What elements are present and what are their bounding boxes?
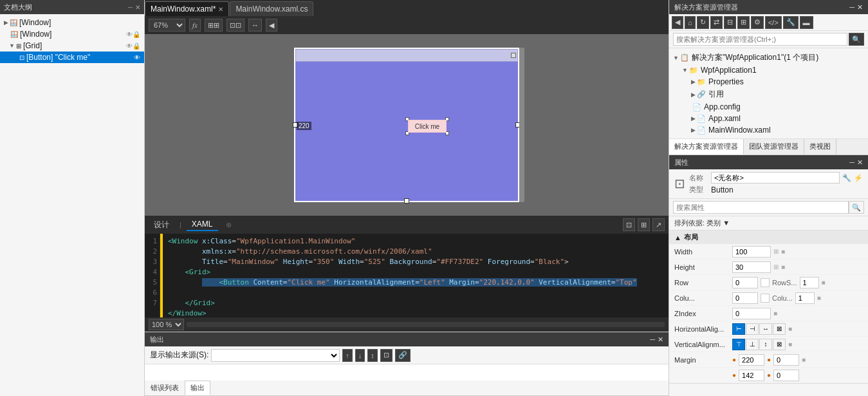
eye-icon[interactable]: 👁 [126,42,133,50]
home-btn[interactable]: ⌂ [685,16,696,29]
width-expand-icon[interactable]: ⊞ [773,248,779,255]
zindex-reset-icon[interactable]: ■ [773,310,777,317]
tab-solution-explorer[interactable]: 解决方案资源管理器 [669,139,744,155]
lock-icon[interactable]: 🔒 [133,31,140,38]
tree-mainwindow[interactable]: ▶ 📄 MainWindow.xaml [669,124,868,136]
tab-output[interactable]: 输出 [185,381,210,395]
height-input[interactable] [732,261,771,273]
output-btn3[interactable]: ↕ [367,349,378,362]
code-editor[interactable]: <Window x:Class="WpfApplication1.MainWin… [163,234,669,317]
expand-button[interactable]: ⊞ [638,218,650,231]
grid-button[interactable]: ⊞⊞ [205,19,223,32]
tab-team-explorer[interactable]: 团队资源管理器 [744,139,804,155]
solution-search-input[interactable] [673,33,847,46]
tab-xaml[interactable]: XAML [187,218,218,231]
row-input[interactable] [732,277,758,288]
search-btn[interactable]: 🔍 [849,33,864,46]
width-input[interactable] [732,246,771,258]
zindex-input[interactable] [732,308,771,319]
close-icon[interactable]: ✕ [857,3,863,12]
margin-top-input[interactable] [739,370,764,381]
tree-project[interactable]: ▼ 📁 WpfApplication1 [669,64,868,76]
collapse-all-btn[interactable]: ⊟ [724,16,736,29]
copy-icon[interactable]: ⊕ [226,221,232,229]
width-reset-icon[interactable]: ■ [781,248,785,255]
name-input[interactable] [711,172,840,184]
tree-properties[interactable]: ▶ 📁 Properties [669,76,868,88]
tab-close-icon[interactable]: ✕ [218,6,223,13]
row-reset-icon[interactable]: ■ [822,279,826,286]
close-icon[interactable]: ✕ [857,158,863,167]
output-btn2[interactable]: ↓ [355,349,365,362]
pin-icon[interactable]: ─ [650,335,655,344]
tab-design[interactable]: 设计 [149,218,174,232]
extra-btn[interactable]: ▬ [800,16,813,29]
props-btn[interactable]: ⚙ [751,16,764,29]
wrench-btn[interactable]: 🔧 [783,16,799,29]
halign-left-btn[interactable]: ⊢ [732,323,745,335]
editor-zoom-select[interactable]: 100 % [149,319,184,330]
height-reset-icon[interactable]: ■ [781,263,785,270]
colspan-input[interactable] [795,292,815,304]
hscrollbar[interactable] [187,322,665,327]
valign-reset-icon[interactable]: ■ [788,341,792,348]
valign-top-btn[interactable]: ⊤ [732,339,745,350]
nav-back[interactable]: ◀ [266,19,277,32]
row-checkbox[interactable] [761,278,770,287]
output-btn5[interactable]: 🔗 [395,349,411,362]
show-all-btn[interactable]: ⊞ [737,16,750,29]
back-btn[interactable]: ◀ [672,16,683,29]
eye-icon[interactable]: 👁 [134,54,140,61]
tab-mainwindow-xaml[interactable]: MainWindow.xaml* ✕ [145,1,229,16]
float-button[interactable]: ↗ [652,218,665,231]
valign-stretch-btn[interactable]: ⊠ [773,339,786,350]
zoom-select[interactable]: 67% 100% [149,19,185,32]
output-btn4[interactable]: ⊡ [380,349,392,362]
refresh-btn[interactable]: ↻ [697,16,709,29]
margin-right-input[interactable] [773,354,799,366]
tree-appxaml[interactable]: ▶ 📄 App.xaml [669,113,868,124]
tree-solution[interactable]: ▼ 📋 解决方案"WpfApplication1"(1 个项目) [669,51,868,64]
col-reset-icon[interactable]: ■ [817,294,821,301]
tree-appconfig[interactable]: 📄 App.config [669,101,868,113]
halign-right-btn[interactable]: ↔ [759,323,772,335]
outline-item-window-root[interactable]: ▶ 🪟 [Window] [0,17,144,28]
halign-reset-icon[interactable]: ■ [788,325,792,332]
halign-center-btn[interactable]: ⊣ [746,323,759,335]
tree-references[interactable]: ▶ 🔗 引用 [669,88,868,101]
formula-button[interactable]: 𝑓𝑥 [189,19,201,32]
sync-btn[interactable]: ⇄ [710,16,723,29]
collapse-button[interactable]: ⊡ [623,218,635,231]
tab-errors[interactable]: 错误列表 [145,381,185,395]
align-button[interactable]: ↔ [248,19,262,32]
eye-icon[interactable]: 👁 [126,31,133,38]
margin-bottom-input[interactable] [773,370,799,381]
height-expand-icon[interactable]: ⊞ [773,263,779,270]
valign-middle-btn[interactable]: ⊥ [746,339,759,350]
resize-handle-bottom[interactable] [404,198,409,203]
valign-bottom-btn[interactable]: ↕ [759,339,772,350]
pin-icon[interactable]: ─ [849,3,854,12]
props-lightning-icon[interactable]: ⚡ [854,174,863,182]
snap-button[interactable]: ⊡⊡ [226,19,245,32]
outline-item-button[interactable]: ⊡ [Button] "Click me" 👁 [0,52,144,63]
tab-class-view[interactable]: 类视图 [804,139,836,155]
rowspan-input[interactable] [800,277,819,288]
layout-section-header[interactable]: ▲ 布局 [669,231,868,244]
col-input[interactable] [732,292,758,304]
designer-button[interactable]: Click me [408,120,447,133]
close-icon[interactable]: ✕ [135,4,140,11]
output-source-select[interactable] [211,349,340,362]
close-icon[interactable]: ✕ [658,335,663,344]
outline-item-window[interactable]: 🪟 [Window] 👁 🔒 [0,28,144,40]
props-search-input[interactable] [673,201,849,214]
code-btn[interactable]: </> [765,16,782,29]
tab-mainwindow-cs[interactable]: MainWindow.xaml.cs [230,1,313,16]
outline-item-grid[interactable]: ▼ ⊞ [Grid] 👁 🔒 [0,40,144,52]
props-tool-icon[interactable]: 🔧 [842,174,851,182]
col-checkbox[interactable] [761,294,770,303]
vscrollbar[interactable] [519,48,524,202]
margin-reset-icon[interactable]: ■ [802,356,806,363]
pin-icon[interactable]: ─ [128,4,133,11]
pin-icon[interactable]: ─ [849,158,854,167]
